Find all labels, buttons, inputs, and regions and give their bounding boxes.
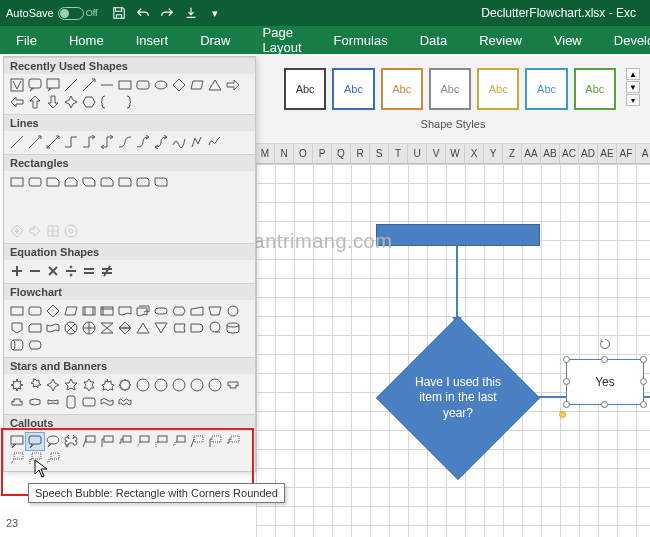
resize-handle[interactable] [601,356,608,363]
line-icon[interactable] [8,133,26,150]
arrow-icon[interactable] [26,133,44,150]
star24-icon[interactable] [188,376,206,393]
internal-storage-icon[interactable] [98,302,116,319]
arrow-line-icon[interactable] [80,76,98,93]
offpage-icon[interactable] [8,319,26,336]
callout-noborder2-icon[interactable] [26,450,44,467]
col-header[interactable]: W [446,144,465,163]
alt-process-icon[interactable] [26,302,44,319]
tab-page-layout[interactable]: Page Layout [247,26,318,54]
adjust-handle[interactable] [559,411,566,418]
connector-icon[interactable] [224,302,242,319]
or-icon[interactable] [80,319,98,336]
ribbon-curved-up-icon[interactable] [26,393,44,410]
callout-noborder3-icon[interactable] [44,450,62,467]
callout-line1-icon[interactable] [80,433,98,450]
textbox-icon[interactable] [8,76,26,93]
sort-icon[interactable] [116,319,134,336]
callout-rounded-icon[interactable] [26,76,44,93]
col-header[interactable]: N [275,144,294,163]
col-header[interactable]: O [294,144,313,163]
col-header[interactable]: U [408,144,427,163]
callout-line2-icon[interactable] [98,433,116,450]
rectangle-icon[interactable] [116,76,134,93]
rectangle-icon[interactable] [8,173,26,190]
callout-rect-icon[interactable] [44,76,62,93]
worksheet-grid[interactable]: Have I used this item in the last year? … [256,164,650,537]
rotate-handle-icon[interactable] [599,338,611,350]
autosave-toggle[interactable]: AutoSave Off [6,7,98,20]
undo-icon[interactable] [136,6,150,20]
tab-home[interactable]: Home [53,26,120,54]
hexagon-icon[interactable] [80,93,98,110]
round2-rect-icon[interactable] [134,173,152,190]
stored-data-icon[interactable] [170,319,188,336]
resize-handle[interactable] [640,356,647,363]
col-header[interactable]: A [636,144,650,163]
direct-access-icon[interactable] [8,336,26,353]
shape-icon[interactable] [44,222,62,239]
punched-tape-icon[interactable] [44,319,62,336]
process-icon[interactable] [8,302,26,319]
snip2-rect-icon[interactable] [62,173,80,190]
col-header[interactable]: X [465,144,484,163]
diamond-icon[interactable] [170,76,188,93]
delay-icon[interactable] [188,319,206,336]
col-header[interactable]: AD [579,144,598,163]
round1-rect-icon[interactable] [116,173,134,190]
star32-icon[interactable] [206,376,224,393]
tab-view[interactable]: View [538,26,598,54]
ribbon-down-icon[interactable] [8,393,26,410]
callout-rect-icon[interactable] [8,433,26,450]
manual-op-icon[interactable] [206,302,224,319]
callout-line2b-icon[interactable] [152,433,170,450]
col-header[interactable]: S [370,144,389,163]
double-arrow-icon[interactable] [44,133,62,150]
collate-icon[interactable] [98,319,116,336]
brace-icon[interactable] [98,93,116,110]
extract-icon[interactable] [134,319,152,336]
col-header[interactable]: Y [484,144,503,163]
resize-handle[interactable] [601,401,608,408]
shape-icon[interactable] [8,222,26,239]
star4-icon[interactable] [62,93,80,110]
col-header[interactable]: M [256,144,275,163]
elbow-arrow-icon[interactable] [80,133,98,150]
summing-icon[interactable] [62,319,80,336]
tab-formulas[interactable]: Formulas [318,26,404,54]
touch-mode-icon[interactable] [184,6,198,20]
col-header[interactable]: Z [503,144,522,163]
flowchart-process[interactable] [376,224,540,246]
triangle-icon[interactable] [206,76,224,93]
explosion2-icon[interactable] [26,376,44,393]
style-thumb-1[interactable]: Abc [284,68,326,110]
callout-noborder1-icon[interactable] [8,450,26,467]
tab-review[interactable]: Review [463,26,538,54]
col-header[interactable]: AA [522,144,541,163]
col-header[interactable]: P [313,144,332,163]
document-icon[interactable] [116,302,134,319]
star6-icon[interactable] [80,376,98,393]
ribbon-curved-down-icon[interactable] [44,393,62,410]
col-header[interactable]: AE [598,144,617,163]
star5-icon[interactable] [62,376,80,393]
col-header[interactable]: R [351,144,370,163]
magnetic-disk-icon[interactable] [224,319,242,336]
row-header-23[interactable]: 23 [6,517,18,529]
gallery-more-icon[interactable]: ▾ [626,94,640,106]
predefined-icon[interactable] [80,302,98,319]
col-header[interactable]: T [389,144,408,163]
callout-line1b-icon[interactable] [134,433,152,450]
callout-rounded-icon[interactable] [26,433,44,450]
scroll-h-icon[interactable] [80,393,98,410]
down-arrow-icon[interactable] [44,93,62,110]
curve-icon[interactable] [116,133,134,150]
callout-cloud-icon[interactable] [62,433,80,450]
right-arrow-icon[interactable] [224,76,242,93]
parallelogram-icon[interactable] [188,76,206,93]
callout-accent3-icon[interactable] [224,433,242,450]
resize-handle[interactable] [640,401,647,408]
terminator-icon[interactable] [152,302,170,319]
tab-data[interactable]: Data [404,26,463,54]
toggle-icon[interactable] [58,7,84,20]
